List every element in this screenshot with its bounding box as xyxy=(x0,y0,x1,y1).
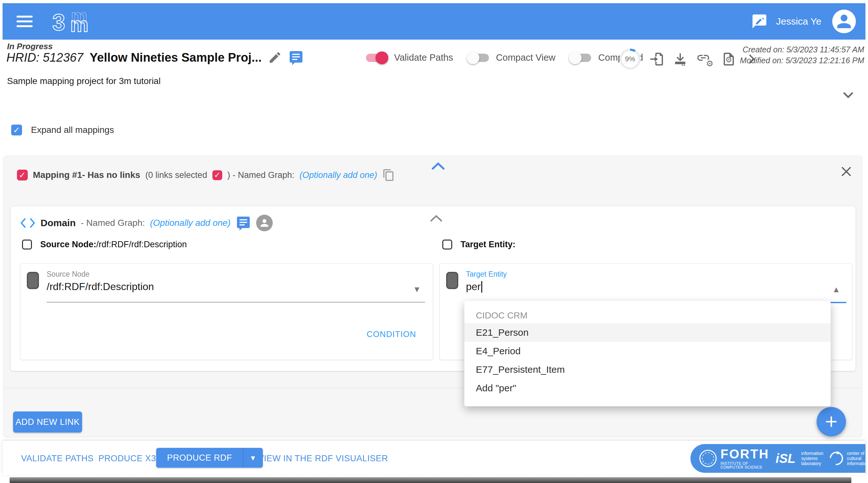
forth-logo-banner: FORTH INSTITUTE OF COMPUTER SCIENCE iSL … xyxy=(690,444,865,473)
dropdown-group-label: CIDOC CRM xyxy=(464,308,831,323)
bottom-shadow-strip xyxy=(9,477,851,483)
named-graph-text: ) - Named Graph: xyxy=(227,170,294,180)
created-on: Created on: 5/3/2023 11:45:57 AM xyxy=(740,44,864,55)
user-name: Jessica Ye xyxy=(776,16,822,27)
project-action-icons: 9% ⚙ ⚙ xyxy=(620,49,757,70)
footer-bar: VALIDATE PATHS PRODUCE X3ML PRODUCE RDF … xyxy=(3,441,865,475)
code-icon xyxy=(20,217,35,229)
expand-all-checkbox[interactable]: ✓ xyxy=(11,125,22,135)
target-entity-input[interactable]: per xyxy=(466,281,482,293)
close-mapping-icon[interactable] xyxy=(839,164,854,179)
forth-seal-icon xyxy=(700,450,717,467)
isl-label: information systems laboratory xyxy=(801,451,823,466)
target-summary-label: Target Entity: xyxy=(461,240,516,249)
feedback-icon[interactable] xyxy=(751,13,768,30)
produce-rdf-button[interactable]: PRODUCE RDF xyxy=(156,448,243,468)
add-mapping-fab[interactable] xyxy=(816,407,846,436)
dropdown-option[interactable]: E4_Period xyxy=(464,342,831,360)
cci-logo-icon xyxy=(827,449,846,468)
produce-rdf-split-button: PRODUCE RDF ▾ xyxy=(156,448,263,468)
mapping-checkbox[interactable]: ✓ xyxy=(17,170,28,180)
project-description: Sample mapping project for 3m tutorial xyxy=(7,76,161,86)
project-title-row: HRID: 512367 Yellow Nineties Sample Proj… xyxy=(6,50,304,65)
source-summary-value: /rdf:RDF/rdf:Description xyxy=(96,240,187,249)
link-settings-icon[interactable]: ⚙ xyxy=(696,51,713,67)
expand-all-mappings[interactable]: ✓ Expand all mappings xyxy=(11,125,114,135)
condition-button[interactable]: CONDITION xyxy=(367,329,416,339)
domain-comment-icon[interactable] xyxy=(236,215,251,231)
domain-user-avatar xyxy=(256,215,273,231)
view-toggles: Validate Paths Compact View Completed xyxy=(366,52,643,63)
dropdown-option[interactable]: E77_Persistent_Item xyxy=(464,360,831,379)
target-entity-field-label: Target Entity xyxy=(466,270,507,278)
expand-description-chevron-icon[interactable] xyxy=(840,87,856,102)
links-checkbox[interactable]: ✓ xyxy=(212,170,222,180)
mapping-named-graph-add-link[interactable]: (Optionally add one) xyxy=(300,170,377,180)
isl-logo-text: iSL xyxy=(776,451,796,466)
mapping-title: Mapping #1- Has no links xyxy=(33,170,140,180)
source-summary-checkbox[interactable] xyxy=(22,240,32,249)
source-dropdown-arrow-icon[interactable]: ▾ xyxy=(414,283,419,295)
dropdown-option[interactable]: Add "per" xyxy=(464,379,831,397)
download-icon[interactable] xyxy=(673,52,688,67)
drag-handle[interactable] xyxy=(27,272,39,289)
text-cursor xyxy=(481,281,482,293)
copy-icon[interactable] xyxy=(382,169,395,181)
plus-icon xyxy=(824,415,838,429)
completion-progress-value: 9% xyxy=(622,51,639,67)
drag-handle[interactable] xyxy=(446,272,458,289)
edit-title-icon[interactable] xyxy=(268,51,282,64)
target-summary-checkbox[interactable] xyxy=(442,240,452,249)
source-node-field-card: Source Node /rdf:RDF/rdf:Description ▾ C… xyxy=(20,263,433,360)
mapping-card: ✓ Mapping #1- Has no links (0 links sele… xyxy=(3,156,862,437)
expand-all-label: Expand all mappings xyxy=(31,125,114,135)
view-rdf-visualiser-button[interactable]: VIEW IN THE RDF VISUALISER xyxy=(258,454,388,463)
collapse-domain-chevron-icon[interactable] xyxy=(430,214,443,222)
comment-icon[interactable] xyxy=(288,50,304,65)
completion-progress-ring: 9% xyxy=(620,49,641,70)
compact-view-toggle[interactable]: Compact View xyxy=(468,52,555,63)
cci-label: center of cultural informatics xyxy=(847,451,865,466)
svg-text:m: m xyxy=(70,13,89,36)
forth-logo-text: FORTH xyxy=(720,448,769,460)
source-summary-label: Source Node: xyxy=(40,240,96,249)
entity-autocomplete-dropdown: CIDOC CRM E21_Person E4_Period E77_Persi… xyxy=(464,301,831,406)
dropdown-option[interactable]: E21_Person xyxy=(464,323,831,342)
target-entity-summary: Target Entity: xyxy=(442,240,516,249)
svg-text:3: 3 xyxy=(52,9,65,35)
app-bar: 3 m m Jessica Ye xyxy=(3,3,865,40)
source-node-summary: Source Node:/rdf:RDF/rdf:Description xyxy=(22,240,187,249)
import-file-icon[interactable] xyxy=(649,52,664,67)
validate-paths-toggle[interactable]: Validate Paths xyxy=(366,52,453,63)
target-dropdown-arrow-icon[interactable]: ▴ xyxy=(834,283,839,295)
add-new-link-button[interactable]: ADD NEW LINK xyxy=(13,412,82,432)
modified-on: Modified on: 5/3/2023 12:21:16 PM xyxy=(740,55,864,66)
file-settings-icon[interactable]: ⚙ xyxy=(721,52,737,67)
forth-subtitle: INSTITUTE OF COMPUTER SCIENCE xyxy=(720,462,769,469)
project-title: Yellow Nineties Sample Proj... xyxy=(90,51,262,64)
domain-named-graph-text: - Named Graph: xyxy=(81,218,145,228)
3m-logo: 3 m m xyxy=(51,6,102,37)
domain-named-graph-add-link[interactable]: (Optionally add one) xyxy=(150,218,230,228)
source-node-select[interactable]: /rdf:RDF/rdf:Description xyxy=(46,281,154,293)
menu-icon[interactable] xyxy=(17,16,33,27)
validate-paths-button[interactable]: VALIDATE PATHS xyxy=(21,454,94,463)
mapping-header: ✓ Mapping #1- Has no links (0 links sele… xyxy=(17,169,395,181)
domain-header: Domain - Named Graph: (Optionally add on… xyxy=(20,215,273,231)
domain-label: Domain xyxy=(40,217,76,229)
user-avatar[interactable] xyxy=(832,9,856,33)
links-selected-text: (0 links selected xyxy=(145,170,207,180)
collapse-mapping-chevron-icon[interactable] xyxy=(431,161,445,171)
project-hrid: HRID: 512367 xyxy=(6,51,83,64)
project-timestamps: Created on: 5/3/2023 11:45:57 AM Modifie… xyxy=(740,44,864,66)
source-node-field-label: Source Node xyxy=(46,270,89,278)
